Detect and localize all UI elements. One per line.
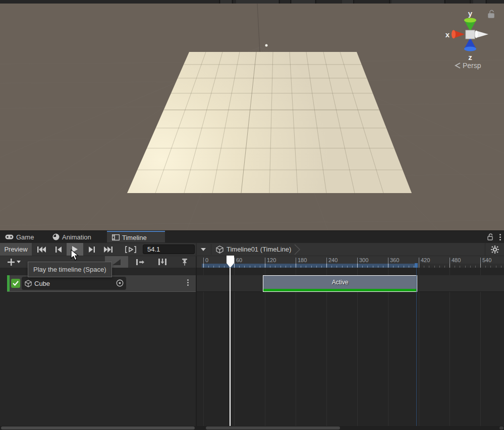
time-field[interactable]: 54.1 [143, 244, 195, 254]
light-gizmo-dot [265, 44, 268, 47]
cube-icon [25, 280, 32, 287]
track-mute-checkbox[interactable] [11, 279, 20, 288]
add-track-button[interactable] [3, 256, 25, 268]
scene-toolbar-strip [0, 0, 504, 4]
timeline-end-line [416, 268, 417, 426]
cursor-icon [71, 250, 79, 263]
breadcrumb-label: Timeline01 (TimeLine) [227, 245, 291, 253]
clips-h-scrollbar[interactable] [206, 426, 340, 429]
ruler-label: 120 [265, 257, 276, 263]
gizmo-y-label: y [468, 9, 473, 18]
clip-active-strip [263, 289, 417, 291]
timeline-content: Cube Active [0, 268, 504, 426]
track-name-box[interactable]: Cube [22, 277, 126, 290]
skip-to-end-button[interactable] [100, 243, 117, 256]
track-options-kebab-icon[interactable] [187, 279, 189, 286]
ruler-label: 300 [357, 257, 368, 263]
film-icon [112, 234, 120, 240]
ruler-label: 360 [388, 257, 399, 263]
dropdown-arrow-icon [17, 261, 21, 263]
scene-render: y x z Persp [0, 4, 504, 230]
play-range-button[interactable] [122, 243, 139, 256]
lock-open-icon [488, 11, 494, 18]
ground-plane [127, 52, 412, 193]
track-row[interactable]: Cube [7, 275, 196, 292]
track-headers-area: Cube [0, 268, 196, 426]
skip-end-icon [104, 247, 113, 253]
previous-frame-button[interactable] [50, 243, 67, 256]
ripple-mode-icon [136, 259, 144, 265]
object-picker-icon[interactable] [116, 279, 124, 287]
tab-label: Animation [62, 233, 91, 241]
play-range-icon [125, 246, 136, 253]
clips-area[interactable]: Active [197, 268, 504, 426]
settings-gear-button[interactable] [486, 243, 504, 256]
tooltip-text: Play the timeline (Space) [33, 266, 106, 273]
time-value: 54.1 [147, 245, 160, 253]
ruler-label: 0 [203, 257, 208, 263]
scene-view[interactable]: y x z Persp [0, 4, 504, 230]
scrollbar-strip [0, 426, 504, 430]
ruler-label: 180 [296, 257, 307, 263]
track-color-bar [7, 275, 10, 291]
preview-toggle-button[interactable]: Preview [0, 243, 32, 256]
toolbar-segment [391, 0, 444, 4]
tab-game[interactable]: Game [0, 231, 39, 243]
lock-open-icon[interactable] [487, 233, 493, 240]
checkmark-icon [13, 281, 19, 286]
gizmo-z-label: z [468, 53, 472, 62]
gear-icon [491, 245, 499, 254]
toolbar-segment [473, 0, 485, 4]
ruler-label: 60 [234, 257, 242, 263]
time-unit-dropdown[interactable] [198, 243, 209, 256]
gizmo-persp-label: Persp [463, 62, 481, 70]
panel-divider [196, 268, 197, 426]
timeline-ruler[interactable]: 060120180240300360420480540 [197, 256, 504, 268]
ruler-label: 420 [419, 257, 430, 263]
tooltip: Play the timeline (Space) [28, 262, 112, 277]
toolbar-segment [342, 0, 353, 4]
tab-label: Game [16, 233, 34, 241]
activation-clip[interactable]: Active [263, 275, 417, 292]
tab-label: Timeline [122, 234, 147, 241]
replace-mode-button[interactable] [151, 256, 174, 268]
headers-h-scrollbar[interactable] [1, 426, 195, 429]
clock-icon [52, 233, 60, 240]
kebab-menu-icon[interactable] [499, 234, 501, 240]
next-frame-icon [89, 247, 95, 253]
playhead-line [230, 268, 231, 426]
chevron-icon [294, 244, 300, 255]
ruler-label: 480 [450, 257, 461, 263]
pin-markers-button[interactable] [174, 256, 196, 268]
timeline-panel: Game Animation Timeline [0, 230, 504, 430]
skip-start-icon [37, 247, 46, 253]
panel-divider [211, 244, 211, 255]
cube-icon [216, 245, 223, 254]
breadcrumb[interactable]: Timeline01 (TimeLine) [216, 243, 300, 256]
tab-animation[interactable]: Animation [47, 231, 96, 243]
replace-mode-icon [158, 259, 166, 265]
toolbar-segment [292, 0, 315, 4]
tab-timeline[interactable]: Timeline [107, 231, 165, 243]
ruler-label: 240 [326, 257, 338, 263]
mix-mode-icon [113, 259, 121, 265]
skip-to-start-button[interactable] [33, 243, 50, 256]
track-name: Cube [34, 280, 50, 287]
toolbar-segment [236, 0, 278, 4]
panel-divider [196, 243, 197, 256]
pin-icon [182, 259, 188, 266]
toolbar-segment [220, 0, 232, 4]
prev-frame-icon [55, 247, 62, 253]
panel-divider [485, 243, 485, 256]
clip-label: Active [263, 279, 417, 286]
gizmo-x-label: x [445, 30, 450, 39]
next-frame-button[interactable] [83, 243, 100, 256]
ruler-label: 540 [480, 257, 491, 263]
resize-grip[interactable] [499, 426, 503, 429]
plus-icon [8, 259, 15, 266]
panel-tabbar: Game Animation Timeline [0, 230, 504, 242]
gamepad-icon [5, 234, 14, 240]
ripple-mode-button[interactable] [129, 256, 151, 268]
timeline-end-marker[interactable] [415, 263, 418, 268]
dropdown-arrow-icon [201, 248, 206, 251]
